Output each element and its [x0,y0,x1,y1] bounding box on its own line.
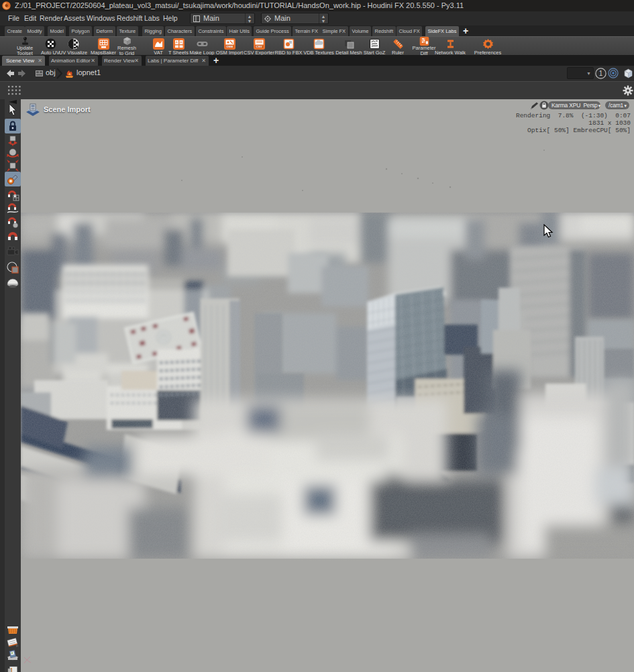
svg-text:1: 1 [599,70,603,77]
svg-text:OSM: OSM [226,45,233,48]
svg-text:CSV: CSV [256,45,262,48]
